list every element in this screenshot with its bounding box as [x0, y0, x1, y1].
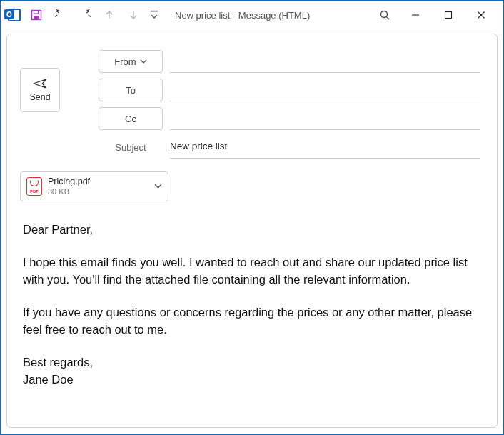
svg-rect-2 [34, 11, 39, 14]
quick-access-customize-icon[interactable] [148, 5, 161, 25]
cc-label: Cc [125, 114, 136, 124]
body-closing: Best regards, [23, 354, 481, 371]
outlook-app-icon: O [6, 7, 22, 23]
svg-rect-1 [34, 16, 39, 19]
redo-icon[interactable] [75, 5, 95, 25]
down-arrow-icon[interactable] [124, 5, 143, 25]
cc-field[interactable] [170, 107, 480, 130]
compose-panel: Send From To Cc Subject New price list P… [6, 34, 498, 428]
message-body[interactable]: Dear Partner, I hope this email finds yo… [7, 201, 497, 388]
save-icon[interactable] [26, 5, 46, 25]
svg-line-5 [387, 17, 390, 20]
to-button[interactable]: To [99, 79, 163, 101]
send-label: Send [29, 92, 50, 102]
subject-label: Subject [99, 142, 163, 153]
from-field[interactable] [170, 50, 480, 73]
undo-icon[interactable] [51, 5, 71, 25]
body-greeting: Dear Partner, [23, 221, 481, 239]
body-signature: Jane Doe [23, 371, 481, 389]
attachment-filename: Pricing.pdf [48, 176, 148, 186]
up-arrow-icon[interactable] [99, 5, 119, 25]
close-button[interactable] [465, 4, 498, 26]
to-field[interactable] [170, 79, 480, 101]
body-paragraph: If you have any questions or concerns re… [23, 304, 481, 339]
pdf-file-icon: PDF [26, 177, 42, 196]
send-button[interactable]: Send [20, 68, 60, 112]
attachment-chip[interactable]: PDF Pricing.pdf 30 KB [20, 171, 168, 201]
maximize-button[interactable] [432, 4, 465, 26]
to-label: To [126, 85, 136, 96]
svg-rect-7 [445, 12, 452, 19]
window-title: New price list - Message (HTML) [175, 10, 310, 21]
svg-point-4 [381, 11, 388, 18]
cc-button[interactable]: Cc [99, 107, 163, 130]
from-button[interactable]: From [99, 50, 163, 73]
body-paragraph: I hope this email finds you well. I want… [23, 254, 481, 289]
from-label: From [114, 56, 136, 67]
send-icon [33, 78, 47, 89]
search-icon[interactable] [371, 5, 399, 25]
minimize-button[interactable] [399, 4, 432, 26]
attachment-size: 30 KB [48, 187, 148, 196]
chevron-down-icon [140, 58, 147, 65]
subject-field[interactable]: New price list [170, 136, 480, 159]
attachment-menu-chevron-icon[interactable] [154, 180, 162, 193]
title-bar: O New price list - Message (HTML) [1, 1, 503, 29]
